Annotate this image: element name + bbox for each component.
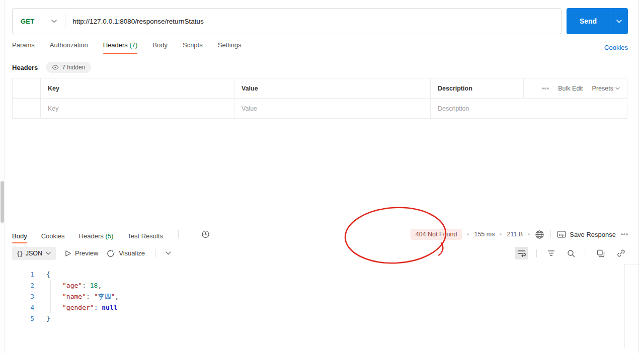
key-column-header: Key bbox=[41, 78, 234, 99]
visualize-button[interactable]: Visualize bbox=[107, 249, 145, 257]
bulk-edit-button[interactable]: Bulk Edit bbox=[558, 85, 583, 92]
code-line: 4"gender": null bbox=[5, 302, 638, 313]
url-box: GET bbox=[12, 8, 561, 34]
right-pane-edge bbox=[638, 0, 639, 353]
tab-test-results[interactable]: Test Results bbox=[127, 225, 163, 244]
example-badge-icon: e.g. bbox=[557, 231, 566, 238]
row-select-cell[interactable] bbox=[13, 99, 41, 119]
request-tabs-row: Params Authorization Headers (7) Body Sc… bbox=[5, 34, 638, 54]
separator-dot bbox=[528, 233, 530, 235]
left-pane-edge bbox=[0, 0, 5, 353]
method-label: GET bbox=[21, 18, 34, 25]
code-line: 2"age": 18, bbox=[5, 280, 638, 291]
tab-response-cookies[interactable]: Cookies bbox=[41, 225, 65, 244]
chevron-down-icon bbox=[46, 252, 51, 255]
braces-icon: { } bbox=[17, 250, 22, 257]
history-icon[interactable] bbox=[201, 230, 210, 239]
response-tabs: Body Cookies Headers (5) Test Results bbox=[12, 225, 210, 244]
hidden-headers-toggle[interactable]: 7 hidden bbox=[46, 62, 91, 73]
value-input[interactable]: Value bbox=[234, 99, 431, 119]
chevron-down-icon bbox=[51, 20, 57, 23]
tab-settings[interactable]: Settings bbox=[218, 41, 242, 54]
app-window: GET Send bbox=[0, 0, 644, 353]
svg-text:e.g.: e.g. bbox=[559, 233, 565, 237]
search-icon[interactable] bbox=[565, 247, 578, 260]
code-line: 5} bbox=[5, 313, 638, 324]
url-input[interactable] bbox=[65, 18, 561, 25]
send-button-group: Send bbox=[567, 8, 628, 34]
line-number: 2 bbox=[5, 280, 34, 291]
presets-dropdown[interactable]: Presets bbox=[592, 85, 620, 92]
send-options-button[interactable] bbox=[610, 8, 628, 34]
divider bbox=[178, 230, 179, 238]
play-outline-icon bbox=[65, 250, 71, 257]
key-input[interactable]: Key bbox=[41, 99, 234, 119]
format-dropdown[interactable]: { } JSON bbox=[12, 247, 56, 260]
tab-scripts[interactable]: Scripts bbox=[183, 41, 203, 54]
scrollbar-thumb[interactable] bbox=[1, 181, 4, 223]
divider bbox=[550, 230, 551, 238]
response-toolbar: { } JSON Preview bbox=[5, 245, 638, 264]
editor-scrollbar[interactable] bbox=[624, 264, 625, 348]
magic-wand-icon bbox=[107, 249, 115, 257]
headers-title: Headers bbox=[12, 64, 38, 71]
link-icon[interactable] bbox=[614, 246, 628, 260]
description-input[interactable]: Description bbox=[431, 99, 627, 119]
response-body-editor[interactable]: 1{2"age": 18,3"name": "李四",4"gender": nu… bbox=[5, 264, 638, 348]
more-horizontal-icon[interactable] bbox=[621, 233, 628, 235]
headers-table: Key Value Description Bulk Edit Presets bbox=[12, 78, 627, 119]
table-actions-cell: Bulk Edit Presets bbox=[524, 78, 627, 99]
headers-count: (7) bbox=[129, 41, 137, 49]
line-number: 5 bbox=[5, 313, 34, 324]
method-selector[interactable]: GET bbox=[13, 18, 65, 25]
response-time[interactable]: 155 ms bbox=[474, 231, 495, 238]
word-wrap-icon[interactable] bbox=[515, 247, 528, 259]
line-number: 3 bbox=[5, 291, 34, 302]
tab-response-body[interactable]: Body bbox=[12, 225, 27, 244]
response-header: Body Cookies Headers (5) Test Results 40… bbox=[5, 223, 638, 245]
tab-response-headers[interactable]: Headers (5) bbox=[79, 225, 114, 244]
description-column-header: Description bbox=[431, 78, 524, 99]
copy-icon[interactable] bbox=[594, 247, 607, 260]
filter-icon[interactable] bbox=[545, 247, 557, 259]
viewer-controls: { } JSON Preview bbox=[12, 247, 171, 260]
code-line: 1{ bbox=[5, 269, 638, 280]
more-horizontal-icon[interactable] bbox=[542, 87, 549, 90]
select-column-header bbox=[13, 78, 41, 99]
tab-headers[interactable]: Headers (7) bbox=[103, 41, 138, 54]
separator-dot bbox=[467, 233, 469, 235]
url-bar: GET Send bbox=[5, 0, 638, 34]
response-headers-count: (5) bbox=[105, 232, 113, 240]
request-tabs: Params Authorization Headers (7) Body Sc… bbox=[12, 41, 242, 54]
value-column-header: Value bbox=[234, 78, 431, 99]
divider bbox=[536, 249, 537, 257]
code-line: 3"name": "李四", bbox=[5, 291, 638, 302]
table-row: Key Value Description bbox=[13, 99, 627, 119]
status-badge[interactable]: 404 Not Found bbox=[411, 229, 462, 240]
cookies-link[interactable]: Cookies bbox=[604, 44, 628, 51]
preview-button[interactable]: Preview bbox=[65, 249, 98, 257]
tab-authorization[interactable]: Authorization bbox=[50, 41, 88, 54]
editor-tools bbox=[515, 246, 628, 260]
send-button[interactable]: Send bbox=[567, 8, 610, 34]
eye-icon bbox=[52, 65, 59, 70]
chevron-down-icon bbox=[616, 20, 622, 23]
editor-scrollbar-edge bbox=[625, 264, 638, 264]
separator-dot bbox=[500, 233, 502, 235]
response-status-group: 404 Not Found 155 ms 211 B e.g. Save R bbox=[411, 229, 628, 240]
divider bbox=[586, 249, 586, 257]
chevron-down-icon bbox=[615, 87, 620, 90]
tab-params[interactable]: Params bbox=[12, 41, 35, 54]
response-size[interactable]: 211 B bbox=[507, 231, 523, 238]
divider bbox=[155, 249, 155, 257]
tab-body[interactable]: Body bbox=[152, 41, 168, 54]
format-label: JSON bbox=[26, 250, 42, 257]
chevron-down-icon[interactable] bbox=[166, 251, 171, 255]
hidden-headers-label: 7 hidden bbox=[62, 64, 85, 71]
code-lines: 1{2"age": 18,3"name": "李四",4"gender": nu… bbox=[5, 269, 638, 324]
save-response-button[interactable]: e.g. Save Response bbox=[557, 231, 616, 238]
line-number: 4 bbox=[5, 302, 34, 313]
globe-icon[interactable] bbox=[535, 230, 544, 239]
request-response-panel: GET Send bbox=[5, 0, 638, 353]
headers-section-header: Headers 7 hidden bbox=[5, 54, 638, 78]
